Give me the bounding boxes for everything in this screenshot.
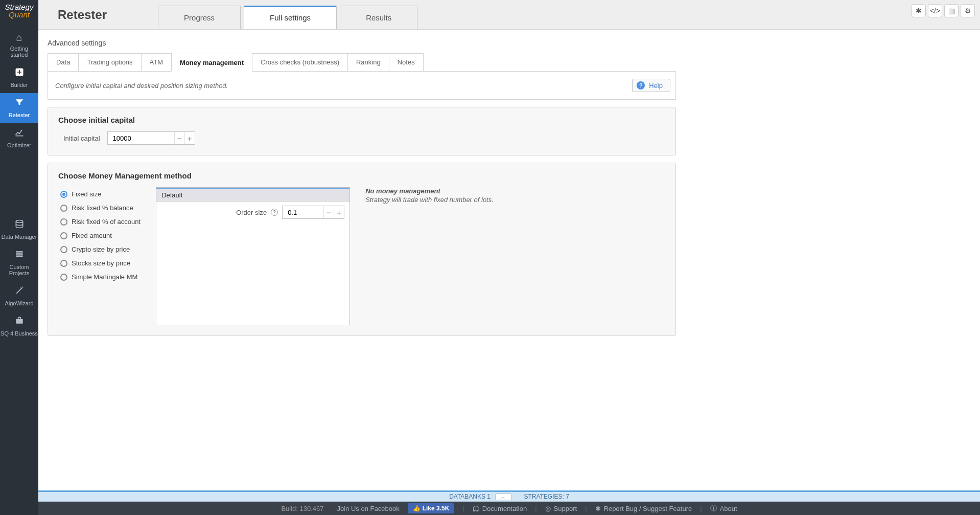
subtab-notes[interactable]: Notes [389,53,424,71]
subtab-ranking[interactable]: Ranking [347,53,389,71]
sidebar-item-sq4business[interactable]: SQ 4 Business [0,311,38,342]
money-management-section: Choose Money Management method Fixed siz… [48,163,676,336]
svg-point-7 [19,287,20,288]
gear-icon[interactable]: ⚙ [961,4,975,17]
radio-icon [60,274,67,281]
report-bug-link[interactable]: ✱ Report Bug / Suggest Feature [595,505,692,512]
decrement-button[interactable]: − [174,132,184,144]
briefcase-icon [0,316,38,328]
info-icon: ⓘ [710,504,717,513]
radio-risk-fixed-pct-account[interactable]: Risk fixed % of account [60,215,141,229]
documentation-link[interactable]: 🕮 Documentation [473,505,527,512]
grid-icon[interactable]: ▦ [944,4,959,17]
radio-icon [60,218,67,226]
strategies-label: STRATEGIES: 7 [524,493,569,500]
join-facebook-link[interactable]: Join Us on Facebook [337,505,400,512]
databanks-label: DATABANKS 1 [449,493,491,500]
radio-label: Crypto size by price [72,245,130,253]
radio-simple-martingale[interactable]: Simple Martingale MM [60,270,141,284]
app-logo: Strategy Quant [5,3,34,18]
radio-risk-fixed-pct-balance[interactable]: Risk fixed % balance [60,201,141,215]
footer-links: Build: 130.467 Join Us on Facebook 👍 Lik… [38,502,980,515]
order-size-label: Order size [236,209,267,216]
subtab-cross-checks[interactable]: Cross checks (robustness) [252,53,348,71]
tab-results[interactable]: Results [340,6,417,29]
book-icon: 🕮 [473,505,479,512]
databank-bar: DATABANKS 1 ︿ STRATEGIES: 7 [38,490,980,502]
subtab-trading-options[interactable]: Trading options [78,53,141,71]
radio-fixed-size[interactable]: Fixed size [60,187,141,201]
support-link[interactable]: ◎ Support [545,505,577,512]
filter-icon [0,97,38,110]
database-icon [0,219,38,232]
tab-full-settings[interactable]: Full settings [244,6,337,29]
databanks-toggle[interactable]: ︿ [495,494,511,500]
sidebar-item-builder[interactable]: Builder [0,63,38,93]
radio-icon [60,246,67,253]
breadcrumb: Advanced settings [48,39,971,47]
subtab-atm[interactable]: ATM [141,53,172,71]
sidebar-item-label: Getting started [10,46,28,58]
radio-label: Stocks size by price [72,259,130,267]
wand-icon [0,285,38,298]
increment-button[interactable]: + [334,206,344,218]
like-label: Like 3.5K [423,505,450,512]
svg-rect-8 [16,319,22,324]
radio-crypto-size-by-price[interactable]: Crypto size by price [60,242,141,256]
subtab-money-management[interactable]: Money management [171,54,252,72]
section-title: Choose initial capital [58,116,665,124]
header: Retester Progress Full settings Results [38,0,980,30]
sidebar-item-data-manager[interactable]: Data Manager [0,215,38,245]
sidebar-item-retester[interactable]: Retester [0,93,38,123]
help-row: Configure initial capital and desired po… [48,72,676,100]
build-label: Build: 130.467 [281,505,323,512]
sidebar-item-label: Retester [9,112,30,118]
top-right-toolbar: ✱ </> ▦ ⚙ [912,4,975,17]
main-tabs: Progress Full settings Results [158,6,421,29]
radio-label: Fixed amount [72,232,112,239]
page-title: Retester [58,8,107,22]
radio-label: Risk fixed % of account [72,218,141,226]
footer: DATABANKS 1 ︿ STRATEGIES: 7 Build: 130.4… [38,490,980,515]
sidebar-item-algowizard[interactable]: AlgoWizard [0,281,38,311]
code-icon[interactable]: </> [928,4,942,17]
subtab-data[interactable]: Data [48,53,79,71]
sidebar-item-label: Data Manager [2,234,37,240]
initial-capital-label: Initial capital [63,135,100,142]
sidebar-item-custom-projects[interactable]: Custom Projects [0,245,38,281]
home-icon: ⌂ [0,32,38,43]
radio-icon [60,191,67,198]
info-title: No money management [365,187,494,195]
svg-point-6 [22,287,23,288]
initial-capital-input[interactable] [108,132,174,144]
order-size-input[interactable] [283,206,323,218]
bug-icon[interactable]: ✱ [912,4,926,17]
initial-capital-spinner: − + [107,131,195,145]
sidebar-item-getting-started[interactable]: ⌂ Getting started [0,28,38,63]
radio-icon [60,260,67,267]
default-box-header: Default [156,188,349,201]
facebook-like-button[interactable]: 👍 Like 3.5K [408,503,455,513]
chart-icon [0,127,38,140]
question-icon[interactable]: ? [271,209,278,216]
sidebar-item-label: Builder [10,82,28,88]
svg-point-5 [21,288,22,289]
about-link[interactable]: ⓘ About [710,504,737,513]
initial-capital-section: Choose initial capital Initial capital −… [48,107,676,155]
radio-fixed-amount[interactable]: Fixed amount [60,229,141,242]
order-size-spinner: − + [282,206,344,219]
sidebar-item-label: Custom Projects [9,264,30,276]
radio-stocks-size-by-price[interactable]: Stocks size by price [60,256,141,270]
help-description: Configure initial capital and desired po… [55,82,228,89]
sidebar-item-optimizer[interactable]: Optimizer [0,123,38,153]
decrement-button[interactable]: − [323,206,334,218]
sub-tabs: Data Trading options ATM Money managemen… [48,53,676,72]
tab-progress[interactable]: Progress [158,6,241,29]
footer-link-label: Report Bug / Suggest Feature [604,505,692,512]
help-button[interactable]: ? Help [632,79,670,92]
radio-icon [60,232,67,239]
increment-button[interactable]: + [184,132,195,144]
radio-label: Fixed size [72,190,102,198]
sidebar-item-label: AlgoWizard [5,300,33,306]
default-settings-box: Default Order size ? − + [156,187,350,325]
